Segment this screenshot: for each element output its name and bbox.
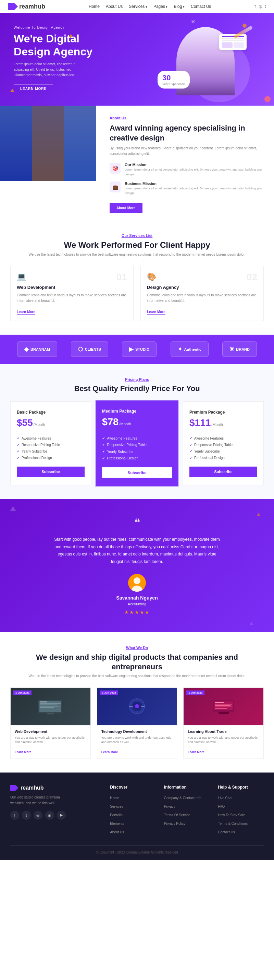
- footer-linkedin-icon[interactable]: in: [45, 811, 54, 820]
- footer-link-company-info[interactable]: Company & Contact Info: [164, 796, 201, 800]
- svg-rect-8: [40, 706, 59, 706]
- premium-feature-3: Yearly Subscribe: [189, 448, 257, 455]
- services-description: We use the latest technologies to provid…: [10, 253, 264, 256]
- svg-rect-25: [218, 712, 229, 714]
- logo[interactable]: reamhub: [8, 3, 45, 10]
- footer-link-home[interactable]: Home: [110, 796, 119, 800]
- service-desc-2: Combine icons and text in various layout…: [147, 293, 257, 304]
- footer-logo: reamhub: [10, 785, 102, 791]
- footer-help-links: Live Chat FAQ How To Stay Safe Terms & C…: [218, 794, 264, 835]
- medium-period: /Month: [119, 422, 131, 426]
- pricing-card-premium: Premium Package $111 /Month Awesome Feat…: [183, 401, 264, 485]
- client-icon-5: ❋: [229, 346, 234, 352]
- blog-link-1[interactable]: Learn More: [15, 750, 32, 754]
- basic-feature-2: Responsive Pricing Table: [17, 442, 85, 448]
- service-link-1[interactable]: Learn More: [17, 310, 35, 315]
- client-icon-4: ✦: [178, 346, 182, 352]
- footer-link-faq[interactable]: FAQ: [218, 805, 225, 808]
- testimonial-avatar: [128, 574, 146, 592]
- blog-grid: 1 Jun 2023 Web Development You are a way…: [10, 687, 264, 759]
- basic-subscribe-button[interactable]: Subscribe: [17, 466, 85, 477]
- experience-number: 30: [162, 73, 185, 83]
- pricing-grid: Basic Package $55 /Month Awesome Feature…: [10, 401, 264, 485]
- footer-instagram-icon[interactable]: ◎: [34, 811, 42, 820]
- nav-about[interactable]: About Us: [106, 4, 123, 9]
- nav-social: f ◎ t: [255, 4, 266, 9]
- footer-link-services[interactable]: Services: [110, 805, 123, 808]
- blog-card-title-1: Web Development: [15, 729, 86, 733]
- blog-card-desc-1: You are a way to work with and under our…: [15, 736, 86, 745]
- hero-visual: 30 Year Experience: [151, 24, 260, 95]
- hero-section: Welcome To Design Agency We're Digital D…: [0, 13, 274, 106]
- twitter-icon[interactable]: t: [265, 4, 266, 9]
- nav-services[interactable]: Services: [129, 4, 147, 9]
- svg-rect-24: [215, 708, 227, 709]
- client-name-4: Authentic: [184, 347, 202, 352]
- pricing-tag: Pricing Plans: [10, 377, 264, 382]
- person-3: [64, 106, 96, 181]
- circle-decoration-1: [264, 96, 271, 102]
- client-name-1: BRANNAM: [30, 347, 50, 352]
- basic-feature-4: Professional Design: [17, 455, 85, 461]
- hero-learn-more-button[interactable]: LEARN MORE: [14, 84, 53, 93]
- medium-subscribe-button[interactable]: Subscribe: [102, 467, 172, 478]
- person-1: [0, 106, 32, 181]
- service-desc-1: Combine icons and text in various layout…: [17, 293, 127, 304]
- premium-plan-name: Premium Package: [189, 410, 257, 415]
- blog-link-2[interactable]: Learn More: [101, 750, 118, 754]
- footer-link-live-chat[interactable]: Live Chat: [218, 796, 232, 800]
- footer-link-terms-conditions[interactable]: Terms & Conditions: [218, 822, 248, 826]
- nav-blog[interactable]: Blog: [174, 4, 184, 9]
- footer-twitter-icon[interactable]: t: [22, 811, 31, 820]
- team-photo: [0, 106, 96, 181]
- instagram-icon[interactable]: ◎: [259, 4, 262, 9]
- premium-subscribe-button[interactable]: Subscribe: [189, 466, 257, 477]
- testimonial-text: Start with good people, lay out the rule…: [51, 536, 223, 565]
- footer-link-about[interactable]: About Us: [110, 830, 124, 834]
- footer-link-privacy-policy[interactable]: Privacy Policy: [164, 822, 185, 826]
- design-icon: 🎨: [147, 272, 156, 281]
- blog-card-desc-2: You are a way to work with and under our…: [101, 736, 173, 745]
- client-logo-4: ✦ Authentic: [171, 342, 209, 357]
- basic-period: /Month: [34, 423, 45, 426]
- blog-body-2: Technology Development You are a way to …: [97, 725, 177, 759]
- blog-body-1: Web Development You are a way to work wi…: [11, 725, 90, 759]
- footer-youtube-icon[interactable]: ▶: [57, 811, 66, 820]
- svg-point-13: [135, 704, 139, 708]
- hero-welcome: Welcome To Design Agency: [14, 25, 151, 29]
- footer-link-elements[interactable]: Elements: [110, 822, 124, 826]
- service-link-2[interactable]: Learn More: [147, 310, 165, 315]
- footer-facebook-icon[interactable]: f: [10, 811, 19, 820]
- client-logo-3: ▶ STUDIO: [122, 342, 157, 357]
- about-tag: About Us: [110, 116, 264, 120]
- svg-rect-22: [215, 705, 231, 706]
- footer-information-links: Company & Contact Info Privacy Terms Of …: [164, 794, 210, 826]
- about-description: By using your brand new features. Share …: [110, 146, 264, 157]
- blog-img-1: 1 Jun 2023: [11, 688, 90, 725]
- blog-date-2: 1 Jun 2023: [100, 690, 118, 695]
- nav-pages[interactable]: Pages: [154, 4, 168, 9]
- mission-title: Our Mission: [125, 163, 264, 167]
- hero-content: Welcome To Design Agency We're Digital D…: [14, 25, 151, 94]
- pricing-section: Pricing Plans Best Quality Friendly Pric…: [0, 364, 274, 499]
- blog-section: What We Do We design and ship digital pr…: [0, 632, 274, 773]
- footer-link-portfolio[interactable]: Portfolio: [110, 813, 123, 817]
- blog-card-title-3: Learning About Trade: [188, 729, 259, 733]
- about-title: Award winning agency specialising in cre…: [110, 123, 264, 143]
- facebook-icon[interactable]: f: [255, 4, 255, 9]
- medium-features: Awesome Features Responsive Pricing Tabl…: [102, 435, 172, 461]
- nav-contact[interactable]: Contact Us: [191, 4, 211, 9]
- about-more-button[interactable]: About More: [110, 203, 143, 213]
- footer-link-terms[interactable]: Terms Of Service: [164, 813, 191, 817]
- business-title: Business Mission: [125, 181, 264, 186]
- navbar: reamhub Home About Us Services Pages Blo…: [0, 0, 274, 13]
- blog-link-3[interactable]: Learn More: [188, 750, 205, 754]
- nav-home[interactable]: Home: [89, 4, 100, 9]
- footer-link-stay-safe[interactable]: How To Stay Safe: [218, 813, 245, 817]
- footer: reamhub Our web studio creates premium w…: [0, 773, 274, 860]
- testimonial-section: ❝ Start with good people, lay out the ru…: [0, 499, 274, 632]
- footer-link-contact-us[interactable]: Contact Us: [218, 830, 235, 834]
- medium-feature-3: Yearly Subscribe: [102, 449, 172, 455]
- experience-badge: 30 Year Experience: [157, 71, 190, 89]
- footer-link-privacy[interactable]: Privacy: [164, 805, 175, 808]
